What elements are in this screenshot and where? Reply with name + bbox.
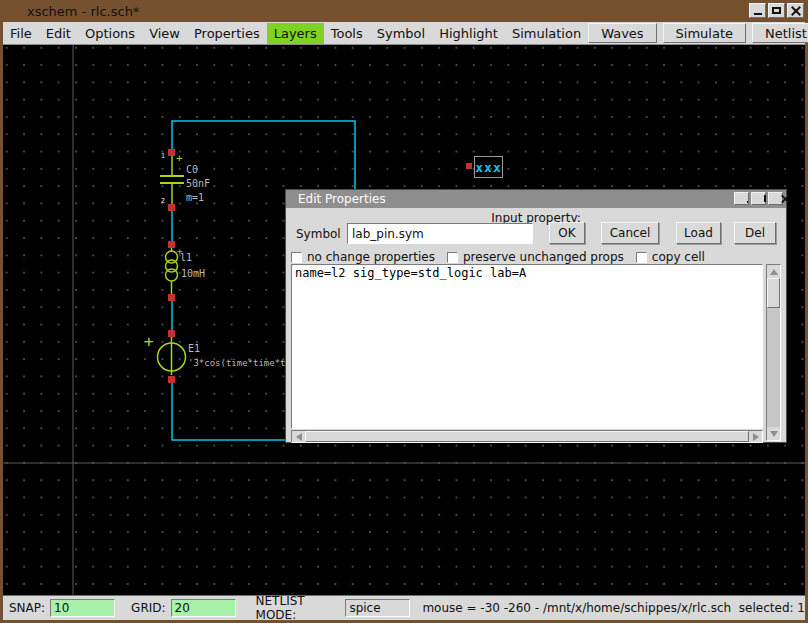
capacitor-c0[interactable]: 1 2 + C0 50nF m=1: [160, 149, 210, 211]
checkbox-box[interactable]: [636, 252, 647, 263]
vertical-scrollbar[interactable]: [766, 264, 781, 441]
checkbox-label: copy cell: [652, 250, 705, 264]
ind-value-label: 10mH: [181, 268, 205, 279]
symbol-label: Symbol: [296, 227, 341, 241]
cap-pin2-marker: [168, 204, 175, 211]
menu-properties[interactable]: Properties: [187, 23, 267, 44]
selected-pin-label[interactable]: xxx: [466, 157, 503, 178]
window-controls: [749, 3, 804, 18]
menu-options[interactable]: Options: [78, 23, 142, 44]
edit-properties-dialog: Edit Properties Input property: Symbol O…: [285, 189, 787, 443]
grid-input[interactable]: [171, 599, 236, 617]
statusbar: SNAP: GRID: NETLIST MODE: mouse = -30 -2…: [3, 595, 805, 620]
mouse-info: mouse = -30 -260 - /mnt/x/home/schippes/…: [422, 601, 805, 615]
dialog-title: Edit Properties: [298, 192, 386, 206]
dialog-close-button[interactable]: [768, 192, 783, 205]
close-icon: [791, 6, 801, 16]
del-button[interactable]: Del: [734, 222, 776, 244]
menu-symbol[interactable]: Symbol: [370, 23, 432, 44]
menubar-actions: Waves Simulate Netlist Help: [588, 23, 808, 44]
menu-tools[interactable]: Tools: [324, 23, 370, 44]
dialog-controls: [734, 192, 783, 205]
snap-input[interactable]: [50, 599, 115, 617]
cap-pin2-number: 2: [161, 197, 165, 205]
arrow-down-icon: [770, 431, 778, 437]
cap-pin1-marker: [168, 149, 175, 156]
src-ref-label: E1: [188, 343, 200, 354]
vertical-scroll-trough[interactable]: [767, 308, 780, 427]
menu-view[interactable]: View: [142, 23, 187, 44]
cap-mult-label: m=1: [186, 192, 204, 203]
menu-edit[interactable]: Edit: [39, 23, 78, 44]
grid-label: GRID:: [131, 601, 165, 615]
scroll-down-button[interactable]: [767, 427, 780, 440]
menu-highlight[interactable]: Highlight: [432, 23, 505, 44]
cancel-button[interactable]: Cancel: [601, 222, 659, 244]
cap-value-label: 50nF: [186, 178, 210, 189]
cap-plus-mark: +: [176, 152, 183, 165]
vertical-scroll-thumb[interactable]: [767, 278, 780, 308]
window-title: xschem - rlc.sch*: [27, 4, 139, 19]
src-pin1-marker: [168, 330, 175, 337]
scroll-right-button[interactable]: [749, 431, 762, 442]
inductor-l1[interactable]: + l1 10mH: [166, 241, 206, 301]
src-pin2-marker: [168, 376, 175, 383]
minimize-button[interactable]: [749, 3, 766, 18]
dialog-titlebar[interactable]: Edit Properties: [286, 190, 786, 208]
minimize-icon: [747, 201, 748, 203]
maximize-icon: [764, 195, 766, 202]
cap-ref-label: C0: [186, 164, 198, 175]
checkbox-box[interactable]: [447, 252, 458, 263]
checkbox-label: no change properties: [307, 250, 435, 264]
menu-layers[interactable]: Layers: [267, 23, 324, 44]
xschem-window: xschem - rlc.sch* File Edit Options View…: [0, 0, 808, 623]
minimize-icon: [754, 13, 762, 15]
voltage-source-e1[interactable]: + E1 '3*cos(time*time*time*: [144, 330, 307, 383]
netlist-button[interactable]: Netlist: [752, 23, 808, 43]
netlist-mode-label: NETLIST MODE:: [256, 594, 341, 622]
close-icon: [781, 194, 782, 203]
menu-file[interactable]: File: [3, 23, 39, 44]
dialog-body: Input property: Symbol OK Cancel Load De…: [286, 208, 786, 442]
close-button[interactable]: [787, 3, 804, 18]
arrow-right-icon: [753, 433, 759, 441]
ind-pin2-marker: [168, 294, 175, 301]
dialog-maximize-button[interactable]: [751, 192, 766, 205]
ok-button[interactable]: OK: [549, 222, 585, 244]
ind-ref-label: l1: [180, 252, 192, 263]
horizontal-scrollbar[interactable]: [291, 430, 763, 443]
load-button[interactable]: Load: [676, 222, 721, 244]
simulate-button[interactable]: Simulate: [663, 23, 746, 43]
scroll-left-button[interactable]: [292, 431, 305, 442]
netlabel-text: xxx: [475, 160, 501, 175]
ind-pin1-marker: [168, 241, 175, 248]
copy-cell-checkbox[interactable]: copy cell: [636, 250, 705, 264]
checkbox-label: preserve unchanged props: [463, 250, 624, 264]
maximize-button[interactable]: [768, 3, 785, 18]
cap-pin1-number: 1: [161, 152, 165, 160]
maximize-icon: [772, 7, 781, 14]
netlabel-pin-marker: [466, 163, 472, 169]
netlist-mode-input[interactable]: [345, 599, 410, 617]
arrow-up-icon: [770, 269, 778, 275]
scroll-up-button[interactable]: [767, 265, 780, 278]
preserve-unchanged-props-checkbox[interactable]: preserve unchanged props: [447, 250, 624, 264]
properties-textarea[interactable]: name=l2 sig_type=std_logic lab=A: [291, 264, 763, 429]
window-titlebar[interactable]: xschem - rlc.sch*: [0, 0, 808, 22]
symbol-input[interactable]: [347, 223, 533, 244]
checkbox-box[interactable]: [291, 252, 302, 263]
menubar: File Edit Options View Properties Layers…: [3, 22, 805, 45]
src-plus-mark: +: [144, 332, 154, 351]
menu-simulation[interactable]: Simulation: [505, 23, 588, 44]
waves-button[interactable]: Waves: [588, 23, 656, 43]
arrow-left-icon: [296, 433, 302, 441]
checkbox-row: no change properties preserve unchanged …: [291, 250, 705, 264]
snap-label: SNAP:: [9, 601, 45, 615]
no-change-properties-checkbox[interactable]: no change properties: [291, 250, 435, 264]
horizontal-scroll-thumb[interactable]: [305, 431, 749, 442]
dialog-minimize-button[interactable]: [734, 192, 749, 205]
